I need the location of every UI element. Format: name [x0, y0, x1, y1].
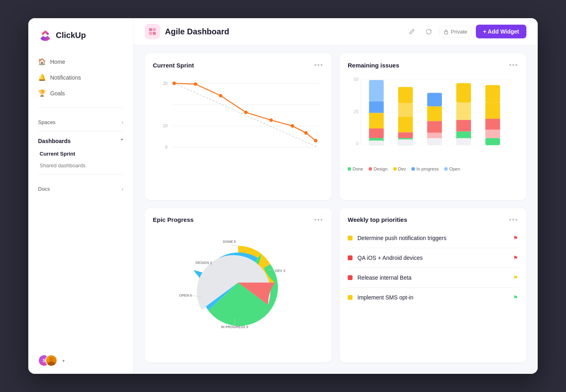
- priority-item-2: QA iOS + Android devices ⚑: [348, 248, 518, 268]
- svg-point-1: [47, 362, 55, 367]
- weekly-priorities-more[interactable]: •••: [509, 216, 518, 223]
- priority-dot-2: [348, 255, 353, 260]
- pencil-icon: [408, 28, 415, 35]
- remaining-issues-header: Remaining issues •••: [348, 61, 518, 69]
- legend-inprogress-dot: [412, 167, 415, 171]
- sprint-chart: 20 10 0: [153, 74, 323, 171]
- priority-flag-3: ⚑: [513, 274, 518, 281]
- svg-point-20: [291, 124, 294, 128]
- private-label: Private: [451, 29, 467, 35]
- svg-rect-37: [398, 103, 413, 117]
- app-name: ClickUp: [56, 31, 86, 40]
- svg-rect-55: [485, 130, 500, 138]
- priority-text-2: QA iOS + Android devices: [357, 255, 422, 261]
- svg-line-14: [174, 83, 318, 147]
- dashboards-label: Dashboards: [38, 138, 71, 144]
- priority-item-1: Determine push notification triggers ⚑: [348, 228, 518, 248]
- legend-done-dot: [348, 167, 351, 171]
- sidebar-dashboards-section: Dashboards ˅: [28, 135, 133, 148]
- priority-dot-4: [348, 295, 353, 300]
- svg-text:DEV 3: DEV 3: [275, 269, 285, 273]
- svg-rect-48: [456, 103, 471, 120]
- legend-dev-dot: [393, 167, 397, 171]
- current-sprint-header: Current Sprint •••: [153, 61, 323, 69]
- legend-design-dot: [369, 167, 372, 171]
- svg-text:25: 25: [354, 109, 359, 114]
- pie-chart-svg: DEV 3 DONE 5 IN PROGRESS 5 OPEN 6 DESIGN…: [153, 228, 323, 333]
- svg-rect-53: [485, 103, 500, 119]
- bar-chart-legend: Done Design Dev In progress: [348, 166, 518, 171]
- priority-item-3: Release internal Beta ⚑: [348, 268, 518, 288]
- sidebar-shared-dashboards-item[interactable]: Shared dashboards: [28, 160, 133, 171]
- svg-rect-49: [456, 120, 471, 132]
- svg-text:DONE 5: DONE 5: [223, 240, 236, 244]
- current-sprint-widget: Current Sprint ••• 20 10 0: [145, 53, 332, 200]
- sidebar-dashboards-item[interactable]: Dashboards ˅: [38, 138, 123, 144]
- bar-chart-wrap: 50 25 0: [348, 74, 518, 171]
- sidebar-docs-item[interactable]: Docs ›: [38, 186, 123, 192]
- bar-chart-svg: 50 25 0: [348, 74, 518, 162]
- sidebar-item-goals[interactable]: 🏆 Goals: [28, 85, 133, 101]
- current-sprint-more[interactable]: •••: [314, 61, 323, 69]
- dashboard-title: Agile Dashboard: [165, 27, 400, 36]
- svg-rect-56: [485, 138, 500, 145]
- avatar-group: S: [38, 354, 59, 367]
- sidebar-current-sprint-item[interactable]: Current Sprint: [28, 148, 133, 160]
- sprint-chart-svg: 20 10 0: [153, 74, 323, 171]
- svg-rect-2: [149, 28, 152, 31]
- remaining-issues-widget: Remaining issues ••• 50 25 0: [340, 53, 526, 200]
- sidebar-item-home[interactable]: 🏠 Home: [28, 54, 133, 70]
- legend-done: Done: [348, 166, 363, 171]
- priority-left-2: QA iOS + Android devices: [348, 255, 422, 261]
- svg-text:0: 0: [356, 141, 359, 146]
- refresh-button[interactable]: [422, 25, 435, 38]
- svg-rect-35: [369, 141, 384, 145]
- sidebar-nav: 🏠 Home 🔔 Notifications 🏆 Goals: [28, 51, 133, 104]
- legend-open-dot: [444, 167, 448, 171]
- svg-rect-4: [149, 32, 152, 35]
- priority-item-4: Implement SMS opt-in ⚑: [348, 288, 518, 307]
- shared-dashboards-label: Shared dashboards: [40, 162, 85, 169]
- weekly-priorities-header: Weekly top priorities •••: [348, 216, 518, 223]
- user-dropdown-icon[interactable]: ▾: [62, 358, 65, 364]
- sidebar: ClickUp 🏠 Home 🔔 Notifications 🏆 Goals S…: [28, 18, 133, 374]
- home-icon: 🏠: [38, 58, 46, 65]
- epic-progress-widget: Epic Progress •••: [145, 208, 332, 363]
- sidebar-bottom: S ▾: [28, 348, 133, 374]
- svg-rect-39: [398, 132, 413, 138]
- sidebar-goals-label: Goals: [50, 90, 65, 97]
- user-avatar-icon: [46, 354, 57, 367]
- priority-flag-4: ⚑: [513, 294, 518, 301]
- svg-point-19: [269, 118, 273, 122]
- svg-text:0: 0: [165, 145, 168, 150]
- svg-point-22: [314, 139, 318, 143]
- sidebar-logo: ClickUp: [28, 18, 133, 51]
- avatar-user: [45, 354, 57, 367]
- add-widget-button[interactable]: + Add Widget: [476, 25, 526, 38]
- sidebar-spaces-item[interactable]: Spaces ›: [38, 119, 123, 125]
- refresh-icon: [425, 28, 432, 35]
- main-content: Agile Dashboard: [133, 18, 538, 374]
- clickup-logo-icon: [38, 28, 53, 42]
- svg-rect-41: [398, 139, 413, 145]
- svg-line-63: [231, 245, 238, 246]
- epic-progress-more[interactable]: •••: [314, 216, 323, 223]
- priority-left-1: Determine push notification triggers: [348, 235, 446, 241]
- svg-text:DESIGN 2: DESIGN 2: [196, 261, 212, 265]
- chevron-down-icon: ˅: [120, 138, 123, 144]
- priority-left-4: Implement SMS opt-in: [348, 294, 414, 301]
- edit-button[interactable]: [405, 25, 418, 38]
- app-window: ClickUp 🏠 Home 🔔 Notifications 🏆 Goals S…: [28, 18, 538, 374]
- remaining-issues-title: Remaining issues: [348, 62, 399, 69]
- priority-dot-3: [348, 275, 353, 280]
- legend-design: Design: [369, 166, 387, 171]
- svg-point-0: [49, 357, 53, 361]
- lock-icon: [444, 29, 449, 34]
- svg-rect-32: [369, 113, 384, 129]
- svg-rect-31: [369, 101, 384, 113]
- svg-rect-51: [456, 138, 471, 145]
- priority-flag-2: ⚑: [513, 255, 518, 261]
- sidebar-item-notifications[interactable]: 🔔 Notifications: [28, 70, 133, 85]
- remaining-issues-more[interactable]: •••: [509, 61, 518, 69]
- svg-rect-6: [445, 31, 448, 34]
